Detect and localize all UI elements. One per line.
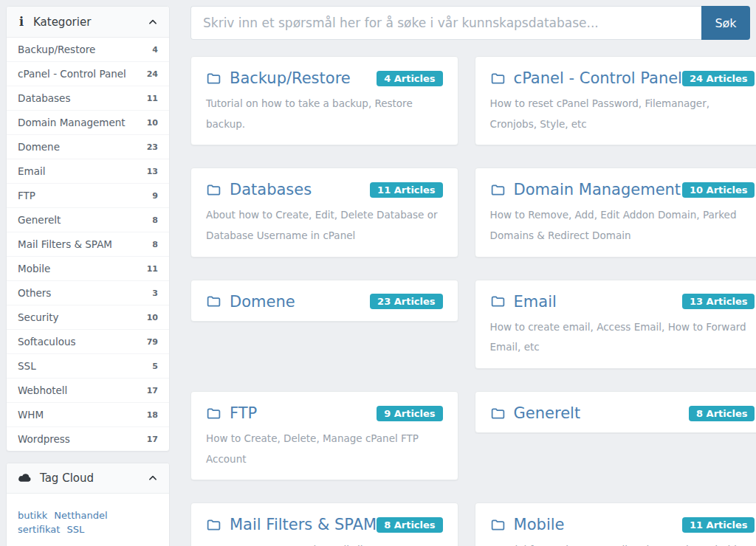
sidebar-category-count: 10 (147, 118, 158, 128)
folder-icon (490, 71, 506, 86)
sidebar-category-item[interactable]: Wordpress 17 (7, 427, 169, 451)
sidebar-category-item[interactable]: Mail Filters & SPAM 8 (7, 232, 169, 257)
category-card-title[interactable]: Backup/Restore (230, 69, 351, 87)
tag-cloud-panel-header[interactable]: Tag Cloud (7, 463, 169, 494)
sidebar-category-count: 13 (147, 167, 158, 176)
sidebar-category-label: Backup/Restore (18, 44, 95, 55)
category-card-title[interactable]: Mail Filters & SPAM (230, 516, 377, 533)
category-card[interactable]: Databases 11 Articles About how to Creat… (190, 167, 458, 257)
category-card[interactable]: Generelt 8 Articles (475, 391, 756, 433)
sidebar-category-label: WHM (18, 409, 44, 421)
sidebar-category-item[interactable]: Domain Management 10 (7, 111, 169, 135)
category-card-header: FTP 9 Articles (206, 404, 443, 422)
sidebar-category-item[interactable]: WHM 18 (7, 403, 169, 427)
sidebar-category-count: 8 (152, 240, 158, 249)
category-card[interactable]: FTP 9 Articles How to Create, Delete, Ma… (190, 391, 458, 480)
sidebar-category-item[interactable]: Domene 23 (7, 135, 169, 159)
category-card-title[interactable]: FTP (230, 404, 257, 422)
category-cards-grid: Backup/Restore 4 Articles Tutorial on ho… (190, 56, 750, 546)
sidebar-category-label: cPanel - Control Panel (18, 68, 126, 80)
category-card-header: Mail Filters & SPAM 8 Articles (206, 516, 443, 533)
category-card-title[interactable]: Mobile (514, 516, 565, 533)
sidebar-category-label: Wordpress (18, 433, 70, 445)
category-card-header: Databases 11 Articles (206, 181, 443, 198)
category-card[interactable]: Mobile 11 Articles Tutorial for setting … (475, 502, 756, 546)
category-card-title[interactable]: Databases (230, 181, 312, 198)
category-card-header: Domene 23 Articles (206, 293, 443, 311)
category-card-header: Backup/Restore 4 Articles (206, 69, 443, 87)
sidebar-category-count: 8 (152, 215, 158, 225)
category-card-title[interactable]: cPanel - Control Panel (514, 69, 682, 87)
category-card-header: Email 13 Articles (490, 293, 755, 311)
sidebar-category-item[interactable]: SSL 5 (7, 354, 169, 379)
category-card-header: Generelt 8 Articles (490, 404, 755, 422)
categories-panel-header[interactable]: i Kategorier (7, 7, 169, 38)
folder-icon (490, 517, 506, 533)
sidebar-category-item[interactable]: Backup/Restore 4 (7, 38, 169, 62)
tag-cloud-link[interactable]: butikk (18, 510, 47, 521)
sidebar-category-count: 11 (147, 94, 158, 103)
folder-icon (490, 294, 506, 309)
category-card-title[interactable]: Domain Management (514, 181, 681, 198)
article-count-badge: 11 Articles (370, 182, 442, 198)
sidebar-category-item[interactable]: Generelt 8 (7, 208, 169, 232)
sidebar-category-count: 5 (152, 362, 158, 371)
sidebar-category-count: 24 (147, 69, 158, 79)
tag-cloud-link[interactable]: Netthandel (54, 510, 107, 521)
tag-cloud-body: butikk Netthandel sertifikat SSL (7, 494, 169, 546)
sidebar-category-label: Mail Filters & SPAM (18, 238, 112, 250)
sidebar-category-label: SSL (18, 360, 36, 372)
sidebar-category-item[interactable]: Others 3 (7, 281, 169, 305)
category-card-header: cPanel - Control Panel 24 Articles (490, 69, 755, 87)
sidebar-category-count: 10 (147, 313, 158, 322)
folder-icon (206, 294, 221, 309)
chevron-up-icon[interactable] (148, 473, 158, 483)
category-card[interactable]: Email 13 Articles How to create email, A… (475, 280, 756, 369)
article-count-badge: 13 Articles (682, 294, 755, 309)
category-card-title[interactable]: Generelt (514, 404, 581, 422)
sidebar-category-item[interactable]: Security 10 (7, 305, 169, 330)
sidebar-category-label: Domene (18, 141, 60, 153)
info-icon: i (18, 15, 25, 29)
sidebar-category-label: Others (18, 287, 51, 299)
sidebar-category-label: Email (18, 165, 45, 177)
category-card[interactable]: Domain Management 10 Articles How to Rem… (475, 167, 756, 257)
sidebar-category-label: Webhotell (18, 384, 67, 396)
sidebar-category-item[interactable]: Webhotell 17 (7, 379, 169, 403)
category-card[interactable]: Domene 23 Articles (190, 280, 458, 322)
sidebar-category-count: 3 (152, 288, 158, 298)
search-button[interactable]: Søk (701, 6, 750, 40)
sidebar-category-count: 17 (147, 386, 158, 395)
sidebar-category-item[interactable]: Mobile 11 (7, 257, 169, 281)
category-card[interactable]: Backup/Restore 4 Articles Tutorial on ho… (190, 56, 458, 145)
chevron-up-icon[interactable] (148, 17, 158, 27)
cloud-icon (18, 473, 32, 483)
sidebar-category-item[interactable]: Databases 11 (7, 86, 169, 111)
sidebar-category-label: Mobile (18, 263, 50, 274)
category-card-title[interactable]: Email (514, 293, 557, 311)
sidebar-category-item[interactable]: Email 13 (7, 159, 169, 184)
article-count-badge: 8 Articles (689, 406, 755, 421)
sidebar-category-item[interactable]: cPanel - Control Panel 24 (7, 62, 169, 86)
sidebar-category-count: 17 (147, 435, 158, 444)
search-input[interactable] (190, 6, 701, 40)
tag-cloud-panel-title: Tag Cloud (40, 471, 94, 485)
sidebar: i Kategorier Backup/Restore 4 cPanel - C… (6, 6, 170, 546)
tag-cloud-link[interactable]: sertifikat (18, 524, 60, 535)
folder-icon (206, 517, 221, 533)
sidebar-category-count: 79 (147, 337, 158, 347)
sidebar-category-label: FTP (18, 190, 35, 201)
category-card-description: How to create email, Access Email, How t… (490, 317, 755, 358)
article-count-badge: 8 Articles (377, 517, 442, 533)
sidebar-category-item[interactable]: Softaculous 79 (7, 330, 169, 354)
category-card-description: Boxtrap, SpamAssassin, Mail Filter - Pre… (206, 540, 443, 546)
category-card-description: Tutorial for setting up email on iOS App… (490, 540, 755, 546)
category-card[interactable]: Mail Filters & SPAM 8 Articles Boxtrap, … (190, 502, 458, 546)
category-card-title[interactable]: Domene (230, 293, 295, 311)
sidebar-category-item[interactable]: FTP 9 (7, 184, 169, 208)
tag-cloud-link[interactable]: SSL (66, 524, 84, 535)
main-content: Søk Backup/Restore 4 Articles Tutorial o… (190, 6, 750, 546)
categories-panel-title: Kategorier (33, 15, 91, 29)
category-card[interactable]: cPanel - Control Panel 24 Articles How t… (475, 56, 756, 145)
sidebar-category-count: 11 (147, 264, 158, 274)
